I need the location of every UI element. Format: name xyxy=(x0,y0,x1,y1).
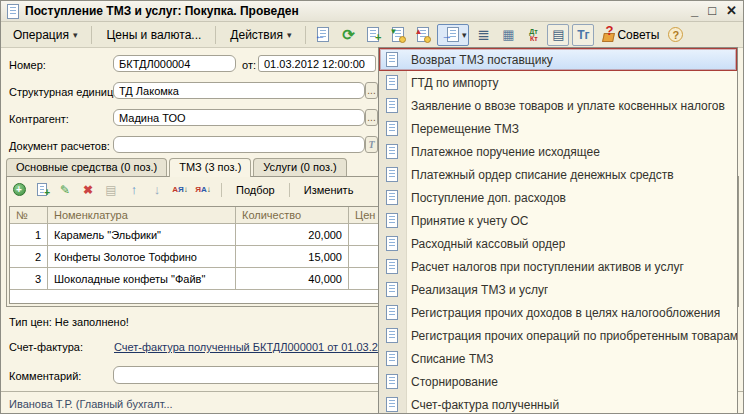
tenge-icon: Тг xyxy=(577,28,589,42)
tips-button[interactable]: ? Советы xyxy=(597,25,665,44)
add-row-button[interactable]: + xyxy=(11,182,27,198)
document-window: Поступление ТМЗ и услуг: Покупка. Провед… xyxy=(0,0,744,414)
pick-button[interactable]: Подбор xyxy=(232,183,279,197)
menu-item[interactable]: Реализация ТМЗ и услуг xyxy=(379,278,737,301)
col-header-number[interactable]: № xyxy=(10,207,48,223)
question-icon: ? xyxy=(605,23,613,38)
maximize-button[interactable]: □ xyxy=(708,2,716,20)
save-disabled-icon: ▤ xyxy=(103,182,119,198)
cell-quantity[interactable]: 20,000 xyxy=(236,224,349,245)
document-icon xyxy=(386,236,398,251)
sort-descending-button[interactable]: ЯА↓ xyxy=(195,182,211,198)
tab-bar: Основные средства (0 поз.) ТМЗ (3 поз.) … xyxy=(6,158,347,176)
menu-item-label: Заявление о ввозе товаров и уплате косве… xyxy=(411,99,725,113)
number-input[interactable] xyxy=(113,55,236,72)
document-icon xyxy=(386,305,398,320)
invoice-link[interactable]: Счет-фактура полученный БКТДЛ000001 от 0… xyxy=(114,341,390,353)
contractor-input[interactable] xyxy=(113,109,365,126)
menu-item[interactable]: Расчет налогов при поступлении активов и… xyxy=(379,255,737,278)
copy-document-button[interactable]: + xyxy=(362,24,384,46)
cell-nomenclature[interactable]: Шоколадные конфеты "Файв" xyxy=(48,268,236,289)
debit-credit-button[interactable]: Дт Кт xyxy=(522,24,544,46)
menu-item[interactable]: Регистрация прочих доходов в целях налог… xyxy=(379,301,737,324)
menu-item-label: Расчет налогов при поступлении активов и… xyxy=(411,260,684,274)
menu-item[interactable]: Расходный кассовый ордер xyxy=(379,232,737,255)
sort-ascending-button[interactable]: АЯ↓ xyxy=(172,182,188,198)
cell-number[interactable]: 3 xyxy=(10,268,48,289)
post-document-button[interactable]: ← xyxy=(312,24,334,46)
settlement-doc-text-button[interactable]: T xyxy=(365,136,378,153)
menu-item[interactable]: Сторнирование xyxy=(379,370,737,393)
close-button[interactable]: ✕ xyxy=(726,2,737,20)
document-icon xyxy=(386,397,398,412)
operation-menu-button[interactable]: Операция ▾ xyxy=(5,24,85,46)
contractor-picker-button[interactable]: ... xyxy=(365,109,378,126)
title-bar: Поступление ТМЗ и услуг: Покупка. Провед… xyxy=(1,1,743,22)
menu-item[interactable]: Перемещение ТМЗ xyxy=(379,117,737,140)
tab[interactable]: Основные средства (0 поз.) xyxy=(6,158,167,176)
col-header-quantity[interactable]: Количество xyxy=(236,207,349,223)
number-label: Номер: xyxy=(9,59,46,71)
coin-icon xyxy=(424,36,431,43)
prices-currency-button[interactable]: Цены и валюта... xyxy=(98,24,209,46)
menu-item-label: Принятие к учету ОС xyxy=(411,214,528,228)
menu-item-label: Перемещение ТМЗ xyxy=(411,122,519,136)
toolbar-separator xyxy=(215,26,216,44)
move-down-button[interactable]: ↓ xyxy=(149,182,165,198)
actions-label: Действия xyxy=(230,28,283,42)
menu-item[interactable]: Поступление доп. расходов xyxy=(379,186,737,209)
structural-unit-picker-button[interactable]: ... xyxy=(365,82,378,99)
cell-quantity[interactable]: 40,000 xyxy=(236,268,349,289)
menu-item[interactable]: Заявление о ввозе товаров и уплате косве… xyxy=(379,94,737,117)
document-icon xyxy=(386,351,398,366)
menu-item-label: Счет-фактура полученный xyxy=(411,398,559,412)
menu-item[interactable]: ГТД по импорту xyxy=(379,71,737,94)
copy-row-button[interactable]: + xyxy=(34,182,50,198)
menu-item-label: Платежное поручение исходящее xyxy=(411,145,600,159)
document-report-button[interactable]: ▤ xyxy=(547,24,569,46)
menu-item[interactable]: Возврат ТМЗ поставщику xyxy=(379,48,737,71)
menu-item[interactable]: Списание ТМЗ xyxy=(379,347,737,370)
cell-nomenclature[interactable]: Карамель "Эльфики" xyxy=(48,224,236,245)
minimize-button[interactable]: _ xyxy=(691,2,698,20)
tab[interactable]: ТМЗ (3 поз.) xyxy=(169,158,251,177)
menu-item[interactable]: Платежное поручение исходящее xyxy=(379,140,737,163)
cell-quantity[interactable]: 15,000 xyxy=(236,246,349,267)
document-icon xyxy=(386,98,398,113)
menu-item[interactable]: Платежный ордер списание денежных средст… xyxy=(379,163,737,186)
move-up-button[interactable]: ↑ xyxy=(126,182,142,198)
menu-item[interactable]: Принятие к учету ОС xyxy=(379,209,737,232)
date-input[interactable] xyxy=(258,55,376,72)
plus-icon: + xyxy=(375,32,381,43)
posting-settings-button[interactable]: ▦ xyxy=(497,24,519,46)
document-structure-button[interactable]: ≣ xyxy=(472,24,494,46)
outgoing-payment-doc-button[interactable]: ▲ xyxy=(412,24,434,46)
delete-row-button[interactable]: ✖ xyxy=(80,182,96,198)
tab[interactable]: Услуги (0 поз.) xyxy=(253,158,346,176)
help-button[interactable]: ? xyxy=(668,27,683,42)
refresh-button[interactable]: ⟳ xyxy=(337,24,359,46)
dtkt-icon: Дт Кт xyxy=(529,28,537,42)
menu-item[interactable]: Счет-фактура полученный xyxy=(379,393,737,414)
menu-item-label: Поступление доп. расходов xyxy=(411,191,566,205)
change-button[interactable]: Изменить xyxy=(300,183,358,197)
toolbar-separator xyxy=(289,183,290,197)
menu-item[interactable]: Регистрация прочих операций по приобрете… xyxy=(379,324,737,347)
cell-number[interactable]: 2 xyxy=(10,246,48,267)
chevron-down-icon: ▾ xyxy=(73,30,78,40)
cell-nomenclature[interactable]: Конфеты Золотое Тоффино xyxy=(48,246,236,267)
edit-row-button[interactable]: ✎ xyxy=(57,182,73,198)
tenge-display-toggle[interactable]: Тг xyxy=(572,24,594,46)
menu-item-label: Списание ТМЗ xyxy=(411,352,493,366)
incoming-payment-doc-button[interactable]: ▼ xyxy=(387,24,409,46)
document-icon xyxy=(386,213,398,228)
cell-number[interactable]: 1 xyxy=(10,224,48,245)
settlement-doc-input[interactable] xyxy=(113,136,365,153)
col-header-nomenclature[interactable]: Номенклатура xyxy=(48,207,236,223)
tab-label: ТМЗ (3 поз.) xyxy=(179,161,241,173)
checklist-icon: ▦ xyxy=(502,27,514,42)
create-on-basis-button[interactable]: → ▾ xyxy=(437,24,469,46)
actions-menu-button[interactable]: Действия ▾ xyxy=(222,24,299,46)
structural-unit-input[interactable] xyxy=(113,82,365,99)
document-icon xyxy=(386,190,398,205)
